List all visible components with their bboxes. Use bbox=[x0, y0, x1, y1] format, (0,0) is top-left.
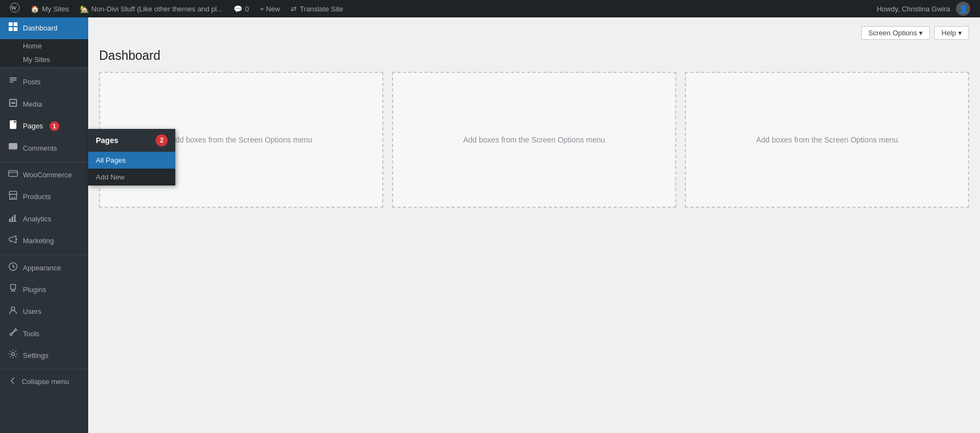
page-title: Dashboard bbox=[99, 48, 969, 63]
comments-nav-label: Comments bbox=[23, 144, 57, 153]
sidebar-item-home[interactable]: Home bbox=[0, 39, 88, 53]
all-pages-dropdown-item[interactable]: All Pages bbox=[88, 152, 175, 169]
pages-dropdown-title: Pages bbox=[96, 136, 118, 145]
sidebar-item-posts[interactable]: Posts bbox=[0, 71, 88, 93]
translate-icon: ⇄ bbox=[291, 5, 297, 13]
woocommerce-icon bbox=[8, 169, 19, 182]
tools-icon bbox=[8, 327, 19, 341]
howdy-text: Howdy, Christina Gwira bbox=[877, 5, 950, 13]
sidebar-item-my-sites[interactable]: My Sites bbox=[0, 53, 88, 66]
users-label: Users bbox=[23, 307, 41, 317]
content-topbar: Screen Options ▾ Help ▾ bbox=[99, 26, 969, 40]
settings-label: Settings bbox=[23, 351, 48, 361]
svg-rect-14 bbox=[11, 216, 13, 221]
dashboard-box-1-text: Add boxes from the Screen Options menu bbox=[170, 135, 313, 144]
sidebar-item-users[interactable]: Users bbox=[0, 301, 88, 323]
posts-label: Posts bbox=[23, 77, 41, 87]
sidebar-item-pages[interactable]: Pages 1 bbox=[0, 115, 88, 137]
translate-label: Translate Site bbox=[299, 5, 343, 13]
wp-logo-item[interactable]: W bbox=[4, 0, 25, 17]
analytics-label: Analytics bbox=[23, 214, 51, 224]
my-sites-icon: 🏠 bbox=[30, 5, 39, 13]
marketing-label: Marketing bbox=[23, 236, 54, 246]
wp-logo-icon: W bbox=[10, 3, 20, 15]
svg-rect-4 bbox=[9, 27, 13, 31]
my-sites-label: My Sites bbox=[42, 5, 69, 13]
dashboard-box-2: Add boxes from the Screen Options menu bbox=[392, 72, 676, 208]
sidebar-item-appearance[interactable]: Appearance bbox=[0, 257, 88, 279]
dashboard-icon bbox=[8, 22, 19, 35]
media-label: Media bbox=[23, 100, 42, 109]
comments-item[interactable]: 💬 0 bbox=[228, 0, 254, 17]
site-name-item[interactable]: 🏡 Non-Divi Stuff (Like other themes and … bbox=[75, 0, 228, 17]
svg-rect-15 bbox=[14, 214, 16, 221]
svg-rect-2 bbox=[9, 22, 13, 26]
svg-rect-17 bbox=[11, 284, 16, 289]
screen-options-label: Screen Options bbox=[868, 29, 917, 37]
collapse-menu-item[interactable]: Collapse menu bbox=[0, 372, 88, 392]
sidebar-item-analytics[interactable]: Analytics bbox=[0, 208, 88, 230]
avatar-icon: 👤 bbox=[956, 2, 970, 16]
products-label: Products bbox=[23, 192, 51, 202]
sidebar-item-comments[interactable]: Comments bbox=[0, 138, 88, 159]
media-icon bbox=[8, 98, 19, 111]
dashboard-grid: Add boxes from the Screen Options menu A… bbox=[99, 72, 969, 208]
screen-options-button[interactable]: Screen Options ▾ bbox=[861, 26, 930, 40]
plugins-icon bbox=[8, 283, 19, 296]
site-icon: 🏡 bbox=[80, 5, 89, 13]
new-label: + New bbox=[260, 5, 280, 13]
collapse-icon bbox=[8, 376, 17, 387]
site-name-label: Non-Divi Stuff (Like other themes and pl… bbox=[91, 5, 223, 13]
svg-point-11 bbox=[11, 197, 13, 199]
my-sites-item[interactable]: 🏠 My Sites bbox=[25, 0, 75, 17]
analytics-icon bbox=[8, 213, 19, 226]
sidebar-item-media[interactable]: Media bbox=[0, 94, 88, 115]
add-new-dropdown-item[interactable]: Add New bbox=[88, 169, 175, 185]
sidebar-item-settings[interactable]: Settings bbox=[0, 345, 88, 367]
svg-rect-3 bbox=[14, 22, 17, 26]
sidebar-item-products[interactable]: Products bbox=[0, 186, 88, 208]
translate-item[interactable]: ⇄ Translate Site bbox=[285, 0, 348, 17]
help-button[interactable]: Help ▾ bbox=[934, 26, 969, 40]
sidebar-item-plugins[interactable]: Plugins bbox=[0, 279, 88, 301]
sidebar-item-tools[interactable]: Tools bbox=[0, 323, 88, 345]
my-sites-sub-label: My Sites bbox=[8, 55, 50, 64]
admin-menu: Dashboard Home My Sites Posts bbox=[0, 17, 88, 433]
pages-badge: 1 bbox=[50, 121, 59, 131]
pages-dropdown-header: Pages 2 bbox=[88, 129, 175, 152]
collapse-label: Collapse menu bbox=[22, 378, 69, 386]
dashboard-box-3: Add boxes from the Screen Options menu bbox=[685, 72, 969, 208]
posts-icon bbox=[8, 76, 19, 89]
howdy-item[interactable]: Howdy, Christina Gwira 👤 bbox=[871, 0, 976, 17]
sidebar-item-dashboard[interactable]: Dashboard bbox=[0, 17, 88, 39]
users-icon bbox=[8, 305, 19, 318]
help-chevron-icon: ▾ bbox=[958, 29, 962, 37]
comments-nav-icon bbox=[8, 142, 19, 155]
appearance-icon bbox=[8, 262, 19, 275]
all-pages-label: All Pages bbox=[96, 156, 126, 164]
plugins-label: Plugins bbox=[23, 285, 46, 295]
add-new-label: Add New bbox=[96, 173, 125, 181]
screen-options-chevron-icon: ▾ bbox=[919, 29, 923, 37]
sidebar-item-woocommerce[interactable]: WooCommerce bbox=[0, 164, 88, 186]
pages-dropdown: Pages 2 All Pages Add New bbox=[88, 129, 175, 185]
products-icon bbox=[8, 190, 19, 203]
dashboard-label: Dashboard bbox=[23, 23, 58, 33]
help-label: Help bbox=[941, 29, 956, 37]
main-content: Screen Options ▾ Help ▾ Dashboard Add bo… bbox=[88, 17, 980, 433]
sidebar-item-marketing[interactable]: Marketing bbox=[0, 230, 88, 252]
svg-point-12 bbox=[14, 197, 15, 199]
comments-count: 0 bbox=[245, 5, 249, 13]
pages-icon bbox=[8, 120, 19, 133]
new-item[interactable]: + New bbox=[254, 0, 285, 17]
svg-text:W: W bbox=[11, 4, 17, 11]
admin-bar: W 🏠 My Sites 🏡 Non-Divi Stuff (Like othe… bbox=[0, 0, 980, 17]
pages-label: Pages bbox=[23, 121, 43, 131]
home-label: Home bbox=[8, 42, 42, 50]
svg-point-19 bbox=[11, 352, 14, 355]
svg-rect-5 bbox=[14, 27, 17, 31]
woocommerce-label: WooCommerce bbox=[23, 170, 72, 180]
tools-label: Tools bbox=[23, 329, 39, 339]
dashboard-box-3-text: Add boxes from the Screen Options menu bbox=[756, 135, 898, 144]
svg-rect-10 bbox=[9, 171, 17, 177]
